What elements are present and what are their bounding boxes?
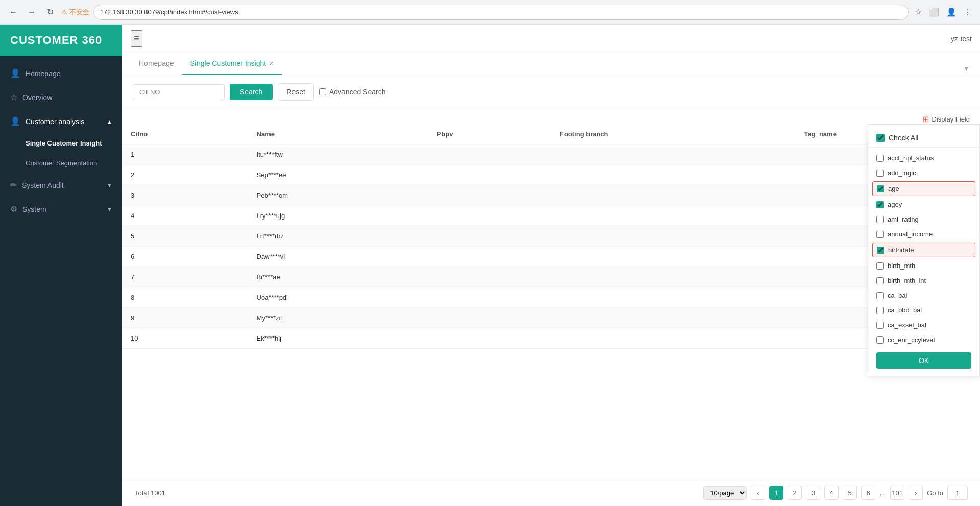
page-last[interactable]: 101 (890, 486, 904, 500)
display-field-button[interactable]: ⊞ Display Field (922, 114, 970, 124)
page-4[interactable]: 4 (824, 486, 839, 500)
reload-button[interactable]: ↻ (43, 5, 57, 19)
page-6[interactable]: 6 (861, 486, 875, 500)
hamburger-button[interactable]: ≡ (131, 30, 142, 47)
total-count: Total 1001 (135, 489, 165, 497)
dropdown-label-birth_mth_int[interactable]: birth_mth_int (888, 277, 926, 284)
sidebar-item-overview[interactable]: ☆ Overview (0, 85, 122, 109)
table-row[interactable]: 4 Lry****ujg (122, 206, 980, 226)
table-row[interactable]: 3 Peb****om (122, 185, 980, 206)
check-all-label[interactable]: Check All (889, 134, 918, 142)
dropdown-label-ca_exsel_bal[interactable]: ca_exsel_bal (888, 321, 926, 329)
table-row[interactable]: 1 Itu****ftw (122, 144, 980, 165)
back-button[interactable]: ← (6, 5, 20, 19)
prev-page-button[interactable]: ‹ (751, 486, 765, 500)
ok-button[interactable]: OK (876, 352, 971, 369)
dropdown-item[interactable]: birth_mth (868, 258, 979, 273)
dropdown-item[interactable]: ca_bal (868, 288, 979, 303)
page-5[interactable]: 5 (843, 486, 857, 500)
dropdown-label-agey[interactable]: agey (888, 201, 902, 208)
dropdown-label-birth_mth[interactable]: birth_mth (888, 262, 915, 270)
advanced-search-checkbox[interactable] (319, 88, 326, 95)
sidebar-subitem-single-customer-insight[interactable]: Single Customer Insight (0, 133, 122, 153)
cell-name: Bi****ae (249, 267, 429, 287)
dropdown-item[interactable]: ca_exsel_bal (868, 318, 979, 332)
dropdown-label-cc_enr_ccylevel[interactable]: cc_enr_ccylevel (888, 336, 935, 344)
dropdown-label-ca_bal[interactable]: ca_bal (888, 292, 907, 299)
advanced-search-toggle[interactable]: Advanced Search (319, 88, 386, 96)
cifno-search-input[interactable] (133, 84, 225, 100)
dropdown-checkbox-ca_bal[interactable] (876, 292, 884, 299)
extensions-icon[interactable]: ⬜ (927, 5, 941, 19)
table-row[interactable]: 5 Lrf****rbz (122, 226, 980, 247)
dropdown-item[interactable]: aml_rating (868, 212, 979, 227)
profile-icon[interactable]: 👤 (944, 5, 959, 19)
page-3[interactable]: 3 (806, 486, 820, 500)
menu-icon[interactable]: ⋮ (962, 5, 974, 19)
page-1[interactable]: 1 (769, 486, 783, 500)
table-row[interactable]: 8 Uoa****pdi (122, 287, 980, 308)
dropdown-item[interactable]: age (872, 181, 975, 196)
table-row[interactable]: 9 My****zrl (122, 308, 980, 328)
dropdown-item[interactable]: acct_npl_status (868, 151, 979, 165)
tab-single-customer-insight[interactable]: Single Customer Insight ✕ (182, 53, 282, 75)
dropdown-checkbox-agey[interactable] (876, 201, 884, 208)
cell-footing-branch (552, 144, 796, 165)
dropdown-checkbox-acct_npl_status[interactable] (876, 155, 884, 162)
url-bar[interactable] (93, 5, 909, 20)
dropdown-checkbox-age[interactable] (877, 185, 884, 192)
next-page-button[interactable]: › (909, 486, 923, 500)
chevron-up-icon: ▲ (107, 118, 112, 125)
dropdown-checkbox-birthdate[interactable] (877, 247, 884, 254)
sidebar-subitem-customer-segmentation[interactable]: Customer Segmentation (0, 153, 122, 173)
table-row[interactable]: 7 Bi****ae (122, 267, 980, 287)
dropdown-item[interactable]: birth_mth_int (868, 273, 979, 288)
sidebar-item-system-audit[interactable]: ✏ System Audit ▼ (0, 173, 122, 197)
table-row[interactable]: 10 Ek****hlj (122, 328, 980, 349)
dropdown-checkbox-ca_exsel_bal[interactable] (876, 322, 884, 329)
dropdown-label-annual_income[interactable]: annual_income (888, 230, 933, 238)
dropdown-label-acct_npl_status[interactable]: acct_npl_status (888, 154, 934, 162)
forward-button[interactable]: → (24, 5, 39, 19)
page-2[interactable]: 2 (788, 486, 802, 500)
dropdown-checkbox-birth_mth_int[interactable] (876, 277, 884, 284)
dropdown-label-aml_rating[interactable]: aml_rating (888, 215, 919, 223)
tab-dropdown-icon[interactable]: ▼ (961, 62, 972, 75)
tab-close-icon[interactable]: ✕ (269, 60, 274, 67)
cell-pbpv (429, 165, 552, 185)
table-row[interactable]: 2 Sep****ee (122, 165, 980, 185)
cell-name: Peb****om (249, 185, 429, 206)
bookmark-star-icon[interactable]: ☆ (913, 5, 924, 19)
table-row[interactable]: 6 Daw****vl (122, 247, 980, 267)
cell-cifno: 6 (122, 247, 249, 267)
dropdown-label-age[interactable]: age (888, 185, 899, 192)
dropdown-item[interactable]: cc_enr_ccylevel (868, 332, 979, 347)
cell-footing-branch (552, 226, 796, 247)
dropdown-checkbox-add_logic[interactable] (876, 170, 884, 177)
search-button[interactable]: Search (230, 84, 273, 100)
dropdown-item[interactable]: add_logic (868, 165, 979, 180)
dropdown-checkbox-birth_mth[interactable] (876, 262, 884, 270)
sidebar-item-customer-analysis[interactable]: 👤 Customer analysis ▲ (0, 109, 122, 133)
dropdown-item[interactable]: agey (868, 197, 979, 212)
tab-homepage[interactable]: Homepage (131, 53, 182, 75)
grid-icon: ⊞ (922, 114, 929, 124)
page-size-select[interactable]: 10/page 20/page 50/page (703, 486, 747, 500)
dropdown-checkbox-aml_rating[interactable] (876, 216, 884, 223)
sidebar-item-homepage[interactable]: 👤 Homepage (0, 61, 122, 85)
dropdown-item[interactable]: birthdate (872, 243, 975, 257)
dropdown-checkbox-annual_income[interactable] (876, 231, 884, 238)
goto-input[interactable] (947, 486, 968, 500)
dropdown-checkbox-ca_bbd_bal[interactable] (876, 307, 884, 314)
security-warning: ⚠ 不安全 (61, 8, 89, 17)
reset-button[interactable]: Reset (278, 83, 314, 101)
chevron-down-icon-system: ▼ (107, 206, 112, 212)
dropdown-item[interactable]: ca_bbd_bal (868, 303, 979, 318)
dropdown-label-ca_bbd_bal[interactable]: ca_bbd_bal (888, 306, 922, 314)
dropdown-label-birthdate[interactable]: birthdate (888, 246, 914, 254)
sidebar-item-system[interactable]: ⚙ System ▼ (0, 197, 122, 221)
check-all-checkbox[interactable] (876, 134, 885, 142)
dropdown-label-add_logic[interactable]: add_logic (888, 169, 916, 177)
dropdown-item[interactable]: annual_income (868, 227, 979, 242)
dropdown-checkbox-cc_enr_ccylevel[interactable] (876, 336, 884, 344)
